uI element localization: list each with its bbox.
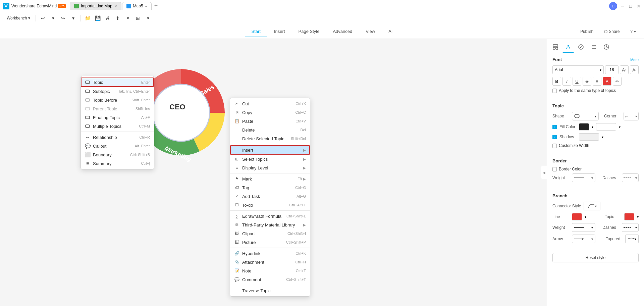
panel-icon-clock[interactable]	[601, 42, 612, 53]
arrow-select[interactable]: ▾	[572, 235, 595, 243]
submenu-item-summary[interactable]: ≡ Summary Ctrl+]	[81, 159, 154, 168]
topic-color-arrow[interactable]: ▾	[637, 215, 639, 219]
menu-item-edrawmath[interactable]: ∑ EdrawMath Formula Ctrl+Shift+L	[230, 212, 310, 220]
menu-item-delete[interactable]: Delete Del	[230, 125, 310, 134]
branch-dashes-select[interactable]: ▾	[622, 223, 639, 232]
menu-item-attachment[interactable]: 📎 Attachment Ctrl+H	[230, 258, 310, 266]
submenu-item-floating-topic[interactable]: Floating Topic Alt+F	[81, 113, 154, 122]
nav-tab-advanced[interactable]: Advanced	[326, 26, 359, 37]
menu-item-picture[interactable]: 🖼 Picture Ctrl+Shift+P	[230, 238, 310, 247]
border-color-checkbox[interactable]	[552, 167, 557, 171]
minimize-button[interactable]: ─	[620, 3, 625, 9]
menu-item-todo[interactable]: ☐ To-do Ctrl+Alt+T	[230, 201, 310, 209]
maximize-button[interactable]: □	[628, 3, 633, 9]
menu-item-comment[interactable]: 💬 Comment Ctrl+Shift+T	[230, 275, 310, 284]
undo-button[interactable]: ↩	[39, 14, 47, 22]
italic-button[interactable]: I	[562, 77, 571, 86]
shadow-color-swatch[interactable]	[579, 133, 599, 141]
submenu-item-topic[interactable]: Topic Enter	[81, 78, 154, 87]
strikethrough-button[interactable]: S	[583, 77, 591, 86]
panel-icon-style[interactable]	[562, 42, 574, 53]
nav-tab-insert[interactable]: Insert	[267, 26, 292, 37]
canvas-area[interactable]: Sales Marketing CEO ✂ Cut Ctrl+X ⎘ Copy …	[0, 39, 547, 306]
redo-arrow[interactable]: ▾	[69, 14, 77, 22]
nav-tab-view[interactable]: View	[359, 26, 382, 37]
panel-icon-outline[interactable]	[588, 42, 599, 53]
customize-width-checkbox[interactable]	[552, 144, 557, 148]
submenu-item-multiple-topics[interactable]: Multiple Topics Ctrl+M	[81, 122, 154, 131]
fill-color-swatch-white[interactable]	[596, 123, 616, 131]
font-increase-button[interactable]: A+	[620, 65, 629, 74]
underline-button[interactable]: U	[573, 77, 581, 86]
line-color-swatch[interactable]	[572, 213, 582, 220]
panel-icon-layout[interactable]	[550, 42, 561, 53]
menu-item-insert[interactable]: Insert ▶	[230, 145, 310, 155]
panel-collapse-button[interactable]: ◀	[541, 166, 547, 179]
menu-item-delete-selected[interactable]: Delete Selected Topic Shift+Del	[230, 134, 310, 143]
font-color-swatch[interactable]: A	[603, 77, 611, 86]
connector-style-select[interactable]: ▾	[584, 202, 600, 210]
font-section-more[interactable]: More	[630, 58, 639, 62]
shadow-color-arrow[interactable]: ▾	[602, 135, 603, 139]
border-weight-select[interactable]: ▾	[572, 173, 595, 182]
menu-item-hyperlink[interactable]: 🔗 Hyperlink Ctrl+K	[230, 249, 310, 258]
menu-item-tag[interactable]: 🏷 Tag Ctrl+G	[230, 183, 310, 192]
line-color-arrow[interactable]: ▾	[585, 215, 586, 219]
publish-button[interactable]: ↑ Publish	[574, 28, 596, 35]
menu-item-traverse-topic[interactable]: Traverse Topic	[230, 286, 310, 295]
corner-select[interactable]: ⌐ ▾	[624, 112, 639, 120]
fill-color-white-arrow[interactable]: ▾	[619, 125, 621, 129]
font-name-select[interactable]: Arial ▾	[552, 65, 604, 74]
nav-tab-start[interactable]: Start	[245, 26, 267, 37]
submenu-item-callout[interactable]: 💬 Callout Alt+Enter	[81, 142, 154, 150]
new-tab-button[interactable]: +	[152, 2, 160, 9]
nav-tab-page-style[interactable]: Page Style	[292, 26, 326, 37]
menu-item-select-topics[interactable]: ⊞ Select Topics ▶	[230, 155, 310, 163]
print-button[interactable]: 🖨	[103, 14, 112, 22]
reset-style-button[interactable]: Reset style	[552, 253, 639, 262]
topic-color-swatch[interactable]	[624, 213, 634, 220]
menu-item-add-task[interactable]: ✓ Add Task Alt+G	[230, 192, 310, 201]
fill-color-swatch-black[interactable]	[579, 123, 589, 131]
shadow-checkbox[interactable]: ✓	[552, 135, 557, 139]
shape-select[interactable]: ▾	[572, 112, 599, 120]
help-button[interactable]: ? ▾	[628, 28, 639, 35]
apply-checkbox[interactable]	[552, 89, 557, 93]
save-button[interactable]: 💾	[93, 14, 102, 22]
panel-icon-task[interactable]	[575, 42, 587, 53]
tab-importa[interactable]: Importa...ind Map ✕	[70, 2, 121, 10]
close-button[interactable]: ✕	[636, 3, 641, 9]
border-dashes-select[interactable]: ▾	[622, 173, 639, 182]
workbench-button[interactable]: Workbench ▾	[4, 14, 33, 22]
submenu-item-relationship[interactable]: ↔ Relationship Ctrl+R	[81, 133, 154, 142]
redo-button[interactable]: ↪	[59, 14, 67, 22]
submenu-item-topic-before[interactable]: Topic Before Shift+Enter	[81, 96, 154, 104]
tapered-select[interactable]: ▾	[625, 235, 639, 243]
font-decrease-button[interactable]: A-	[630, 65, 639, 74]
submenu-item-boundary[interactable]: ⬜ Boundary Ctrl+Shift+B	[81, 150, 154, 159]
menu-item-third-party[interactable]: ⧉ Third-Party Material Library ▶	[230, 220, 310, 229]
tab-close-map5[interactable]: ●	[145, 4, 147, 8]
highlight-button[interactable]: ✏	[613, 77, 622, 86]
tab-map5[interactable]: Map5 ●	[122, 2, 152, 10]
undo-arrow[interactable]: ▾	[49, 14, 57, 22]
menu-item-display-level[interactable]: ≡ Display Level ▶	[230, 163, 310, 172]
menu-item-copy[interactable]: ⎘ Copy Ctrl+C	[230, 108, 310, 117]
menu-item-note[interactable]: 📝 Note Ctrl+T	[230, 266, 310, 275]
export-arrow[interactable]: ▾	[123, 14, 132, 22]
menu-item-cut[interactable]: ✂ Cut Ctrl+X	[230, 99, 310, 108]
share-button[interactable]: ⬡ Share	[601, 28, 622, 35]
menu-item-clipart[interactable]: 🖼 Clipart Ctrl+Shift+I	[230, 229, 310, 238]
export-button[interactable]: ⬆	[113, 14, 122, 22]
share2-button[interactable]: ⊞	[133, 14, 142, 22]
branch-weight-select[interactable]: ▾	[572, 223, 595, 232]
nav-tab-ai[interactable]: AI	[382, 26, 399, 37]
share2-arrow[interactable]: ▾	[144, 14, 152, 22]
bold-button[interactable]: B	[552, 77, 561, 86]
align-button[interactable]: ≡	[593, 77, 601, 86]
fill-color-checkbox[interactable]: ✓	[552, 125, 557, 129]
fill-color-arrow[interactable]: ▾	[592, 125, 593, 129]
open-folder-button[interactable]: 📁	[83, 14, 92, 22]
submenu-item-subtopic[interactable]: Subtopic Tab, Ins, Ctrl+Enter	[81, 87, 154, 96]
tab-close-importa[interactable]: ✕	[114, 4, 117, 8]
